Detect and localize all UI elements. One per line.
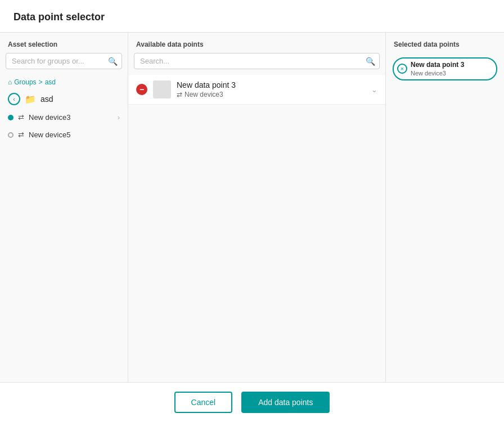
cancel-button[interactable]: Cancel <box>174 392 233 413</box>
data-panel-header: Available data points <box>128 33 385 53</box>
chevron-down-icon[interactable]: ⌄ <box>371 86 377 94</box>
breadcrumb-current[interactable]: asd <box>45 78 56 86</box>
data-point-thumbnail <box>153 80 171 98</box>
folder-back-button[interactable]: ‹ <box>8 93 20 105</box>
device-item[interactable]: ⇄ New device3 › <box>0 109 128 126</box>
device-list: ⇄ New device3 › ⇄ New device5 <box>0 109 128 143</box>
data-point-device: ⇄ New device3 <box>177 91 236 98</box>
device-name: New device3 <box>29 113 70 122</box>
selected-tag: × New data point 3 New device3 <box>393 57 497 80</box>
data-search-icon[interactable]: 🔍 <box>366 57 375 66</box>
device-label: New device3 <box>184 91 223 98</box>
asset-search-box: 🔍 <box>6 53 122 69</box>
data-point-item[interactable]: − New data point 3 ⇄ New device3 ⌄ <box>128 75 385 105</box>
asset-search-input[interactable] <box>6 53 122 69</box>
selected-panel-header: Selected data points <box>386 33 504 55</box>
asset-panel: Asset selection 🔍 ⌂ Groups > asd ‹ 📁 asd… <box>0 33 128 382</box>
folder-name: asd <box>40 95 53 104</box>
data-search-box: 🔍 <box>134 53 380 69</box>
footer: Cancel Add data points <box>0 382 504 422</box>
back-arrow-icon: ‹ <box>13 96 15 102</box>
data-search-input[interactable] <box>134 53 380 69</box>
device-line-icon: ⇄ <box>177 91 182 98</box>
asset-panel-header: Asset selection <box>0 33 128 53</box>
add-data-points-button[interactable]: Add data points <box>241 392 330 413</box>
data-point-info: New data point 3 ⇄ New device3 <box>177 80 236 98</box>
device-name: New device5 <box>29 131 70 139</box>
folder-icon: 📁 <box>25 94 36 105</box>
home-icon: ⌂ <box>8 78 12 86</box>
remove-icon[interactable]: − <box>136 84 147 95</box>
tag-text: New data point 3 New device3 <box>411 61 464 77</box>
inactive-dot-icon <box>8 132 14 138</box>
data-panel: Available data points 🔍 − New data point… <box>128 33 386 382</box>
device-item[interactable]: ⇄ New device5 <box>0 126 128 143</box>
tag-close-button[interactable]: × <box>397 64 407 74</box>
selected-panel: Selected data points × New data point 3 … <box>386 33 504 382</box>
tag-device: New device3 <box>411 70 464 77</box>
data-point-name: New data point 3 <box>177 80 236 89</box>
breadcrumb-separator: > <box>39 78 43 86</box>
device-icon: ⇄ <box>18 113 24 122</box>
folder-row: ‹ 📁 asd <box>0 89 128 109</box>
close-icon: × <box>400 65 404 72</box>
asset-search-icon[interactable]: 🔍 <box>108 57 118 66</box>
active-dot-icon <box>8 115 14 120</box>
minus-icon: − <box>140 85 144 94</box>
page-title: Data point selector <box>0 0 504 32</box>
device-icon: ⇄ <box>18 131 24 139</box>
breadcrumb: ⌂ Groups > asd <box>0 75 128 89</box>
chevron-right-icon: › <box>118 114 120 122</box>
breadcrumb-groups[interactable]: Groups <box>14 78 36 86</box>
tag-name: New data point 3 <box>411 61 464 70</box>
